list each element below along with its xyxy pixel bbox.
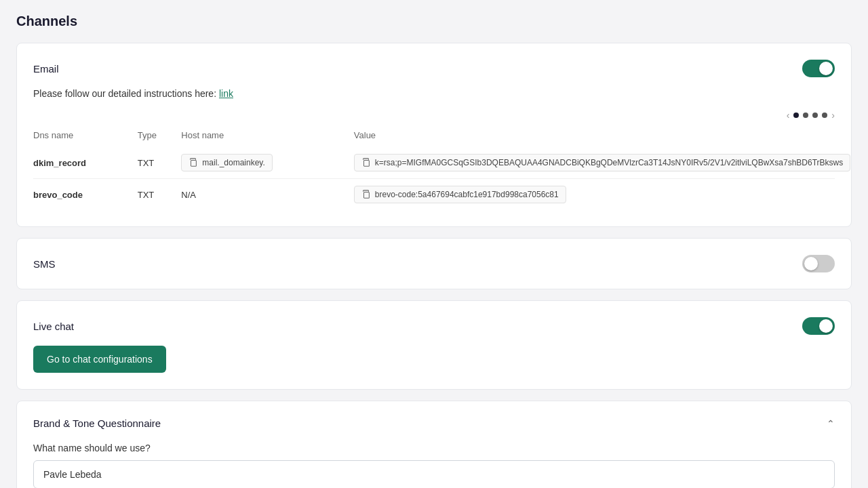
value-copy-field[interactable]: k=rsa;p=MIGfMA0GCSqGSIb3DQEBAQUAA4GNADCB… <box>354 154 850 171</box>
brand-section-title: Brand & Tone Questionnaire <box>33 418 161 429</box>
livechat-card-title: Live chat <box>33 321 74 332</box>
host-copy-field[interactable]: mail._domainkey. <box>181 154 272 171</box>
host-cell: mail._domainkey. <box>181 147 354 179</box>
pag-next-arrow[interactable]: › <box>831 110 835 121</box>
sms-card: SMS <box>16 238 852 289</box>
email-toggle-track[interactable] <box>802 60 835 77</box>
copy-icon-2 <box>361 158 371 167</box>
brand-card: Brand & Tone Questionnaire ⌃ What name s… <box>16 401 852 488</box>
sms-toggle-track[interactable] <box>802 255 835 272</box>
value-cell: k=rsa;p=MIGfMA0GCSqGSIb3DQEBAQUAA4GNADCB… <box>354 147 835 179</box>
sms-toggle-thumb <box>804 257 818 270</box>
email-toggle-thumb <box>819 62 833 75</box>
sms-card-title: SMS <box>33 258 56 270</box>
livechat-toggle[interactable] <box>802 317 835 335</box>
brand-question: What name should we use? <box>33 443 835 453</box>
value-cell-2: brevo-code:5a467694cabfc1e917bd998ca7056… <box>354 179 835 211</box>
go-to-chat-button[interactable]: Go to chat configurations <box>33 346 166 373</box>
table-row: dkim_record TXT mail._domainkey. <box>33 147 835 179</box>
pag-dot-2[interactable] <box>803 113 808 118</box>
chevron-up-icon: ⌃ <box>827 418 835 429</box>
host-cell-2: N/A <box>181 179 354 211</box>
pagination: ‹ › <box>33 110 835 121</box>
svg-rect-1 <box>363 161 369 167</box>
svg-rect-2 <box>363 192 369 199</box>
email-card-title: Email <box>33 63 59 75</box>
pag-dot-3[interactable] <box>812 113 818 118</box>
dns-name-cell: dkim_record <box>33 147 138 179</box>
col-host-name: Host name <box>181 126 354 147</box>
pag-dot-4[interactable] <box>822 113 827 118</box>
type-cell-2: TXT <box>138 179 182 211</box>
sms-card-header: SMS <box>33 255 835 272</box>
livechat-card-header: Live chat <box>33 317 835 335</box>
pag-dot-1[interactable] <box>793 113 799 118</box>
col-dns-name: Dns name <box>33 126 138 147</box>
livechat-toggle-thumb <box>819 319 833 333</box>
email-toggle[interactable] <box>802 60 835 77</box>
livechat-card: Live chat Go to chat configurations <box>16 300 852 390</box>
brand-section-header[interactable]: Brand & Tone Questionnaire ⌃ <box>33 418 835 429</box>
brevo-copy-field[interactable]: brevo-code:5a467694cabfc1e917bd998ca7056… <box>354 186 566 203</box>
type-cell: TXT <box>138 147 182 179</box>
copy-icon-3 <box>361 190 371 199</box>
instructions-link[interactable]: link <box>219 88 233 99</box>
col-type: Type <box>138 126 182 147</box>
col-value: Value <box>354 126 835 147</box>
copy-icon <box>189 158 198 167</box>
sms-toggle[interactable] <box>802 255 835 272</box>
email-card: Email Please follow our detailed instruc… <box>16 43 852 227</box>
svg-rect-0 <box>191 161 197 167</box>
brand-name-input[interactable] <box>33 460 835 488</box>
value-text: k=rsa;p=MIGfMA0GCSqGSIb3DQEBAQUAA4GNADCB… <box>375 158 843 167</box>
brevo-value: brevo-code:5a467694cabfc1e917bd998ca7056… <box>375 190 559 199</box>
dns-name-cell-2: brevo_code <box>33 179 138 211</box>
email-card-header: Email <box>33 60 835 77</box>
pag-prev-arrow[interactable]: ‹ <box>787 110 790 121</box>
livechat-toggle-track[interactable] <box>802 317 835 335</box>
table-row: brevo_code TXT N/A brevo-code:5a467694ca… <box>33 179 835 211</box>
email-instructions: Please follow our detailed instructions … <box>33 88 835 99</box>
dns-table: Dns name Type Host name Value dkim_recor… <box>33 126 835 210</box>
page-title: Channels <box>16 14 852 29</box>
host-value: mail._domainkey. <box>202 158 264 167</box>
